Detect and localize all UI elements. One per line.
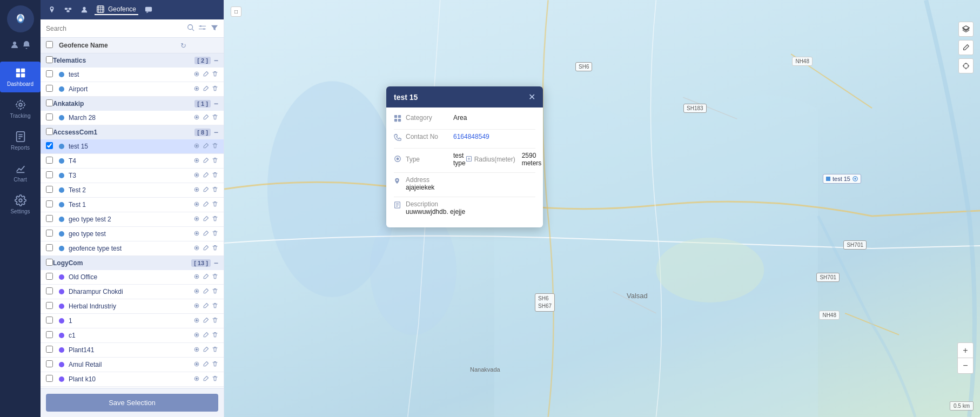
list-item[interactable]: Dharampur Chokdi [41, 285, 224, 299]
item-view-icon[interactable] [193, 317, 200, 325]
item-delete-icon[interactable] [212, 346, 218, 354]
list-item[interactable]: T4 [41, 154, 224, 169]
list-item[interactable]: Old Office [41, 270, 224, 285]
item-checkbox[interactable] [46, 186, 53, 193]
item-checkbox[interactable] [46, 302, 53, 309]
tab-message[interactable] [143, 5, 155, 15]
item-name-label[interactable]: Plant k10 [69, 375, 193, 383]
group-checkbox[interactable] [46, 99, 53, 106]
item-checkbox[interactable] [46, 113, 53, 120]
item-view-icon[interactable] [193, 375, 200, 384]
list-item[interactable]: test [41, 68, 224, 82]
tab-person[interactable] [78, 5, 90, 15]
item-checkbox[interactable] [46, 360, 53, 367]
item-delete-icon[interactable] [212, 302, 218, 311]
item-delete-icon[interactable] [212, 230, 218, 238]
item-delete-icon[interactable] [212, 85, 218, 93]
item-view-icon[interactable] [193, 186, 200, 194]
bell-icon[interactable] [22, 41, 31, 51]
list-item[interactable]: Plant141 [41, 343, 224, 358]
item-name-label[interactable]: T3 [69, 172, 193, 179]
sidebar-item-reports[interactable]: Reports [0, 125, 41, 156]
item-view-icon[interactable] [193, 143, 200, 151]
group-checkbox[interactable] [46, 56, 53, 63]
item-name-label[interactable]: Test 1 [69, 201, 193, 208]
item-edit-icon[interactable] [203, 230, 209, 238]
group-collapse-icon[interactable]: − [214, 56, 218, 65]
item-view-icon[interactable] [193, 245, 200, 253]
map-layers-icon[interactable] [958, 22, 974, 37]
sidebar-item-chart[interactable]: Chart [0, 157, 41, 188]
list-item[interactable]: Airport [41, 82, 224, 97]
list-item[interactable]: March 28 [41, 111, 224, 125]
user-icon[interactable] [10, 41, 19, 51]
item-checkbox[interactable] [46, 287, 53, 294]
item-delete-icon[interactable] [212, 288, 218, 296]
item-checkbox[interactable] [46, 331, 53, 338]
item-delete-icon[interactable] [212, 172, 218, 180]
item-delete-icon[interactable] [212, 375, 218, 384]
search-input[interactable] [46, 25, 184, 32]
filter-icon[interactable] [211, 24, 218, 33]
item-delete-icon[interactable] [212, 245, 218, 253]
item-checkbox[interactable] [46, 244, 53, 251]
list-item[interactable]: geofence type test [41, 241, 224, 256]
item-delete-icon[interactable] [212, 201, 218, 209]
list-item[interactable]: Plant k10 [41, 372, 224, 387]
item-edit-icon[interactable] [203, 273, 209, 281]
item-delete-icon[interactable] [212, 273, 218, 281]
item-checkbox[interactable] [46, 200, 53, 207]
item-checkbox[interactable] [46, 142, 53, 149]
item-edit-icon[interactable] [203, 114, 209, 122]
item-delete-icon[interactable] [212, 216, 218, 224]
item-name-label[interactable]: March 28 [69, 114, 193, 122]
save-selection-button[interactable]: Save Selection [46, 394, 218, 412]
item-edit-icon[interactable] [203, 332, 209, 340]
item-name-label[interactable]: test 15 [69, 143, 193, 150]
sidebar-item-dashboard[interactable]: Dashboard [0, 62, 41, 92]
item-edit-icon[interactable] [203, 317, 209, 325]
item-view-icon[interactable] [193, 157, 200, 165]
list-item[interactable]: T3 [41, 169, 224, 183]
item-name-label[interactable]: geo type test 2 [69, 216, 193, 223]
item-view-icon[interactable] [193, 346, 200, 354]
item-name-label[interactable]: geofence type test [69, 245, 193, 252]
item-name-label[interactable]: test [69, 71, 193, 78]
item-edit-icon[interactable] [203, 216, 209, 224]
item-view-icon[interactable] [193, 114, 200, 122]
select-all-checkbox[interactable] [46, 41, 53, 48]
item-delete-icon[interactable] [212, 157, 218, 165]
item-edit-icon[interactable] [203, 85, 209, 93]
sidebar-item-tracking[interactable]: Tracking [0, 93, 41, 124]
item-view-icon[interactable] [193, 216, 200, 224]
item-edit-icon[interactable] [203, 172, 209, 180]
item-delete-icon[interactable] [212, 186, 218, 194]
list-item[interactable]: geo type test [41, 227, 224, 241]
item-checkbox[interactable] [46, 346, 53, 353]
list-item[interactable]: Herbal Indrustriy [41, 299, 224, 314]
group-collapse-icon[interactable]: − [214, 128, 218, 137]
filter-settings-icon[interactable] [199, 24, 206, 33]
group-checkbox[interactable] [46, 128, 53, 135]
map-pencil-icon[interactable] [958, 40, 974, 55]
list-item[interactable]: 1 [41, 314, 224, 328]
item-edit-icon[interactable] [203, 143, 209, 151]
sidebar-item-settings[interactable]: Settings [0, 189, 41, 220]
item-checkbox[interactable] [46, 70, 53, 77]
item-name-label[interactable]: Herbal Indrustriy [69, 302, 193, 310]
list-item[interactable]: geo type test 2 [41, 212, 224, 227]
item-view-icon[interactable] [193, 288, 200, 296]
item-delete-icon[interactable] [212, 143, 218, 151]
tab-geofence[interactable]: Geofence [95, 4, 138, 15]
refresh-icon[interactable]: ↻ [180, 42, 186, 50]
item-edit-icon[interactable] [203, 361, 209, 369]
group-row[interactable]: AccsessCom1 [ 8 ] − [41, 125, 224, 139]
item-view-icon[interactable] [193, 201, 200, 209]
item-checkbox[interactable] [46, 215, 53, 222]
item-name-label[interactable]: Airport [69, 85, 193, 93]
item-checkbox[interactable] [46, 157, 53, 164]
group-collapse-icon[interactable]: − [214, 99, 218, 108]
list-item[interactable]: Amul Retail [41, 358, 224, 372]
list-item[interactable]: Test 1 [41, 198, 224, 212]
group-collapse-icon[interactable]: − [214, 259, 218, 267]
